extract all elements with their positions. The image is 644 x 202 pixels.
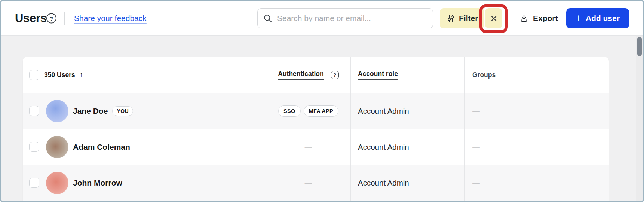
- scrollbar-thumb[interactable]: [637, 37, 642, 56]
- add-user-button[interactable]: + Add user: [566, 8, 629, 28]
- page-title: Users: [15, 12, 47, 25]
- users-count-label[interactable]: 350 Users: [44, 71, 75, 79]
- table-row[interactable]: Jane Doe YOU SSO MFA APP Account Admin —: [23, 93, 609, 129]
- plus-icon: +: [576, 13, 582, 23]
- groups-empty-value: —: [472, 107, 480, 115]
- authentication-empty-value: —: [305, 178, 312, 187]
- help-icon[interactable]: ?: [46, 13, 56, 24]
- avatar: [46, 172, 68, 194]
- authentication-empty-value: —: [305, 143, 312, 151]
- user-cell: John Morrow: [23, 165, 266, 201]
- account-role-value: Account Admin: [358, 178, 409, 187]
- user-name: Jane Doe: [73, 107, 108, 116]
- table-row[interactable]: Adam Coleman — Account Admin —: [23, 129, 609, 165]
- user-cell: Jane Doe YOU: [23, 93, 266, 129]
- avatar: [46, 136, 68, 158]
- row-checkbox[interactable]: [29, 106, 39, 116]
- account-role-column-header[interactable]: Account role: [350, 57, 464, 93]
- mfa-app-badge: MFA APP: [304, 105, 338, 117]
- help-icon-glyph: ?: [50, 15, 53, 22]
- row-checkbox[interactable]: [29, 178, 39, 188]
- account-role-cell: Account Admin: [350, 129, 464, 165]
- filter-button[interactable]: Filter: [440, 8, 484, 28]
- add-user-button-label: Add user: [586, 14, 620, 23]
- users-page: Users ? Share your feedback: [0, 0, 644, 202]
- table-row[interactable]: John Morrow — Account Admin —: [23, 165, 609, 201]
- user-cell: Adam Coleman: [23, 129, 266, 165]
- account-role-value: Account Admin: [358, 143, 409, 152]
- authentication-help-icon[interactable]: ?: [331, 71, 339, 79]
- search-input[interactable]: [277, 14, 427, 23]
- clear-filter-button[interactable]: [485, 8, 502, 28]
- sso-badge: SSO: [278, 105, 301, 117]
- download-icon: [519, 13, 529, 23]
- groups-empty-value: —: [472, 178, 480, 187]
- sort-ascending-icon[interactable]: ↑: [80, 71, 83, 79]
- select-all-checkbox[interactable]: [29, 70, 39, 80]
- page-header: Users ? Share your feedback: [1, 1, 643, 36]
- avatar: [46, 100, 68, 122]
- users-table: 350 Users ↑ Authentication ? Account rol…: [23, 57, 609, 201]
- groups-cell: —: [464, 129, 609, 165]
- you-badge: YOU: [112, 106, 133, 116]
- close-icon: [489, 14, 499, 23]
- export-button-label: Export: [533, 14, 558, 23]
- filter-sliders-icon: [446, 14, 455, 23]
- authentication-cell: —: [266, 165, 350, 201]
- user-name: John Morrow: [73, 178, 122, 187]
- account-role-cell: Account Admin: [350, 93, 464, 129]
- feedback-link[interactable]: Share your feedback: [74, 14, 147, 23]
- account-role-value: Account Admin: [358, 107, 409, 116]
- main-content: 350 Users ↑ Authentication ? Account rol…: [1, 36, 643, 201]
- search-box[interactable]: [257, 8, 433, 28]
- export-button[interactable]: Export: [517, 8, 560, 28]
- groups-cell: —: [464, 165, 609, 201]
- authentication-cell: SSO MFA APP: [266, 93, 350, 129]
- user-name: Adam Coleman: [73, 143, 130, 152]
- scrollbar[interactable]: [636, 36, 643, 201]
- header-divider: [64, 12, 65, 25]
- table-header-row: 350 Users ↑ Authentication ? Account rol…: [23, 57, 609, 93]
- authentication-cell: —: [266, 129, 350, 165]
- groups-column-header: Groups: [464, 57, 609, 93]
- groups-empty-value: —: [472, 143, 480, 151]
- search-icon: [263, 13, 273, 23]
- account-role-cell: Account Admin: [350, 165, 464, 201]
- authentication-column-header[interactable]: Authentication ?: [266, 57, 350, 93]
- authentication-column-label: Authentication: [278, 70, 324, 80]
- groups-cell: —: [464, 93, 609, 129]
- groups-column-label: Groups: [472, 71, 496, 79]
- account-role-column-label: Account role: [358, 70, 398, 80]
- row-checkbox[interactable]: [29, 142, 39, 152]
- filter-button-label: Filter: [459, 14, 478, 23]
- authentication-help-glyph: ?: [333, 72, 336, 78]
- users-count-header-cell: 350 Users ↑: [23, 57, 266, 93]
